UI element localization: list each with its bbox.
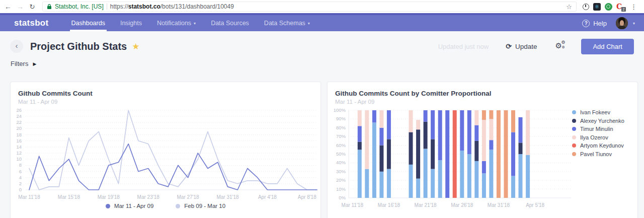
https-lock-icon (47, 4, 52, 10)
legend-item-current-period[interactable]: Mar 11 - Apr 09 (106, 203, 153, 209)
extension-badge: 2 (621, 7, 626, 12)
chart-title: Github Commits Count (18, 90, 320, 97)
account-chevron-icon[interactable]: ▾ (633, 21, 635, 26)
svg-text:100%: 100% (334, 107, 346, 113)
red-extension-icon[interactable]: C2 (616, 3, 624, 11)
question-circle-icon: ? (582, 20, 590, 27)
svg-text:20: 20 (16, 125, 22, 131)
browser-menu-icon[interactable]: ⋮ (628, 3, 639, 11)
svg-text:60%: 60% (336, 142, 346, 148)
page-title: Project Github Stats (30, 41, 127, 52)
committer-dot (572, 119, 576, 123)
user-avatar[interactable] (616, 17, 628, 29)
committer-stacked-bar-chart: 0%10%20%30%40%50%60%70%80%90%100%Mar 11'… (330, 104, 572, 211)
ev-certificate-name: Statsbot, Inc. [US] (55, 3, 104, 10)
refresh-icon: ⟳ (506, 42, 512, 50)
url-separator (107, 4, 107, 10)
favorite-star-icon[interactable]: ★ (132, 41, 139, 52)
svg-text:2: 2 (19, 181, 22, 186)
page-url: https://statsbot.co/bots/131/dashboard/1… (110, 3, 234, 10)
committer-dot (572, 127, 576, 131)
commits-count-card: Github Commits Count Mar 11 - Apr 09 024… (10, 82, 321, 218)
svg-text:Mar 11'18: Mar 11'18 (18, 194, 40, 200)
legend-item-committer[interactable]: Pavel Tiunov (572, 151, 637, 157)
legend-item-committer[interactable]: Ivan Fokeev (572, 109, 637, 115)
svg-text:4: 4 (19, 175, 22, 180)
svg-text:Mar 21'18: Mar 21'18 (415, 202, 437, 208)
legend-item-previous-period[interactable]: Feb 09 - Mar 10 (176, 203, 225, 209)
legend-item-committer[interactable]: Alexey Yurchenko (572, 118, 637, 124)
statsbot-logo[interactable]: statsbot (14, 18, 49, 28)
svg-text:14: 14 (16, 144, 22, 150)
svg-text:50%: 50% (336, 151, 346, 157)
extensions-area: ⚛ C2 ⋮ (579, 3, 641, 11)
back-button[interactable]: ‹ (10, 40, 23, 53)
svg-text:Mar 31'18: Mar 31'18 (216, 194, 239, 200)
legend-item-committer[interactable]: Artyom Keydunov (572, 142, 637, 149)
committer-dot (572, 135, 576, 139)
svg-text:16: 16 (16, 138, 22, 143)
browser-toolbar: ← → ↻ Statsbot, Inc. [US] https://statsb… (0, 0, 644, 13)
committer-dot (572, 143, 576, 148)
committer-dot (572, 152, 576, 156)
svg-text:8: 8 (19, 162, 22, 168)
updated-status: Updated just now (438, 43, 489, 50)
svg-text:0: 0 (19, 187, 22, 192)
dashboard-header: ‹ Project Github Stats ★ Updated just no… (10, 36, 634, 56)
commits-line-chart: 02468101214161820222426Mar 11'18Mar 15'1… (14, 106, 319, 203)
series-dot (106, 204, 110, 208)
nav-item-notifications[interactable]: Notifications▾ (149, 15, 203, 31)
chevron-right-icon: ▶ (33, 61, 36, 66)
address-bar[interactable]: Statsbot, Inc. [US] https://statsbot.co/… (42, 2, 577, 12)
svg-text:90%: 90% (336, 116, 346, 121)
svg-text:Apr 4'18: Apr 4'18 (258, 194, 277, 200)
svg-text:Mar 23'18: Mar 23'18 (137, 194, 160, 200)
legend-item-committer[interactable]: Timur Minulin (572, 126, 637, 132)
svg-text:24: 24 (16, 113, 22, 119)
svg-text:10%: 10% (336, 186, 346, 192)
nav-item-dashboards[interactable]: Dashboards (64, 15, 113, 31)
nav-menu: Dashboards Insights Notifications▾ Data … (64, 15, 317, 31)
update-button[interactable]: ⟳ Update (506, 42, 537, 50)
settings-gears-icon[interactable]: ⚙⚙⚙ (555, 41, 566, 51)
svg-text:12: 12 (16, 150, 22, 156)
svg-text:Mar 27'18: Mar 27'18 (177, 194, 200, 200)
react-devtools-icon[interactable]: ⚛ (593, 3, 601, 11)
svg-text:18: 18 (16, 132, 22, 137)
chart-title: Github Commits Count by Comitter Proport… (335, 90, 637, 97)
chevron-down-icon: ▾ (308, 21, 310, 26)
chevron-down-icon: ▾ (194, 21, 196, 26)
add-chart-button[interactable]: Add Chart (581, 39, 634, 54)
svg-text:Mar 16'18: Mar 16'18 (378, 202, 400, 208)
browser-back-icon[interactable]: ← (3, 3, 13, 11)
green-extension-icon[interactable] (605, 3, 612, 11)
svg-text:Mar 19'18: Mar 19'18 (98, 194, 120, 200)
svg-text:10: 10 (16, 156, 22, 162)
nav-item-data-sources[interactable]: Data Sources (203, 15, 257, 31)
svg-text:6: 6 (19, 169, 22, 174)
svg-text:22: 22 (16, 119, 22, 125)
filters-toggle[interactable]: Filters ▶ (11, 60, 36, 67)
svg-text:30%: 30% (336, 169, 346, 174)
svg-text:20%: 20% (336, 177, 346, 183)
svg-text:26: 26 (16, 107, 22, 113)
svg-text:Mar 11'18: Mar 11'18 (342, 202, 364, 208)
app-navbar: statsbot Dashboards Insights Notificatio… (0, 13, 644, 31)
line-chart-legend: Mar 11 - Apr 09 Feb 09 - Mar 10 (11, 203, 320, 209)
svg-text:Mar 26'18: Mar 26'18 (451, 202, 473, 208)
svg-text:Mar 31'18: Mar 31'18 (488, 202, 510, 208)
browser-forward-icon[interactable]: → (15, 3, 25, 11)
svg-text:40%: 40% (336, 160, 346, 165)
legend-item-committer[interactable]: Ilya Ozerov (572, 134, 637, 140)
committer-legend: Ivan Fokeev Alexey Yurchenko Timur Minul… (572, 109, 637, 160)
bookmark-star-icon[interactable]: ☆ (566, 3, 572, 11)
nav-item-insights[interactable]: Insights (113, 15, 149, 31)
svg-text:70%: 70% (336, 133, 346, 139)
browser-reload-icon[interactable]: ↻ (27, 3, 37, 11)
nav-item-data-schemas[interactable]: Data Schemas▾ (257, 15, 317, 31)
chart-date-range: Mar 11 - Apr 09 (18, 99, 320, 105)
svg-text:Apr 8'18: Apr 8'18 (298, 194, 316, 200)
help-button[interactable]: ? Help (582, 20, 607, 27)
svg-text:Apr 5'18: Apr 5'18 (526, 202, 544, 208)
info-extension-icon[interactable] (583, 4, 589, 10)
